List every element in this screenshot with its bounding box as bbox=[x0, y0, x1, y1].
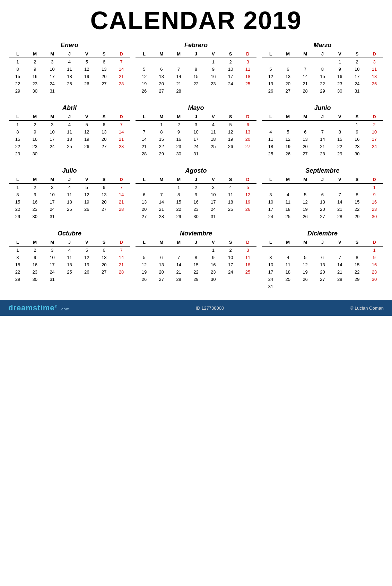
calendar-day bbox=[95, 213, 113, 220]
calendar-day: 31 bbox=[44, 87, 61, 95]
calendar-day: 9 bbox=[366, 254, 383, 261]
calendar-day: 14 bbox=[153, 198, 170, 206]
calendar-day: 8 bbox=[348, 191, 366, 198]
day-header: V bbox=[331, 176, 348, 183]
calendar-day: 8 bbox=[188, 254, 205, 261]
calendar-day: 4 bbox=[222, 183, 239, 191]
calendar-day bbox=[153, 246, 170, 254]
calendar-day: 10 bbox=[348, 66, 366, 73]
calendar-day: 2 bbox=[26, 246, 44, 254]
calendar-day: 17 bbox=[44, 261, 61, 268]
calendar-day: 3 bbox=[44, 121, 61, 128]
calendar-day: 21 bbox=[113, 136, 130, 143]
day-header: S bbox=[95, 113, 113, 121]
day-header: D bbox=[239, 113, 256, 121]
month-block-febrero: FebreroLMMJVSD12356789101112131415161718… bbox=[133, 38, 259, 101]
calendar-day bbox=[136, 183, 153, 191]
calendar-day: 1 bbox=[366, 183, 383, 191]
calendar-day: 11 bbox=[366, 66, 383, 73]
calendar-day: 22 bbox=[348, 268, 366, 276]
day-header: V bbox=[204, 239, 222, 246]
calendar-day: 20 bbox=[136, 206, 153, 213]
day-header: D bbox=[366, 50, 383, 58]
day-header: M bbox=[44, 50, 61, 58]
calendar-day: 21 bbox=[170, 80, 188, 87]
calendar-day: 30 bbox=[26, 213, 44, 220]
calendar-day: 18 bbox=[279, 268, 297, 276]
calendar-day: 1 bbox=[204, 58, 222, 66]
day-header: J bbox=[61, 50, 78, 58]
calendar-day: 2 bbox=[366, 121, 383, 128]
calendar-day bbox=[297, 121, 314, 128]
calendar-day: 24 bbox=[262, 276, 279, 283]
calendar-day: 15 bbox=[348, 198, 366, 206]
calendar-day: 15 bbox=[9, 136, 26, 143]
calendar-day: 24 bbox=[44, 206, 61, 213]
month-table: LMMJVSD123456789101112131415161718192021… bbox=[9, 176, 130, 220]
month-table: LMMJVSD123567891011121314151617181920212… bbox=[136, 50, 256, 95]
calendar-day: 17 bbox=[44, 198, 61, 206]
calendar-day: 21 bbox=[113, 198, 130, 206]
calendar-day: 21 bbox=[331, 206, 348, 213]
calendar-day: 13 bbox=[314, 261, 331, 268]
calendar-day: 20 bbox=[95, 261, 113, 268]
calendar-day bbox=[239, 213, 256, 220]
calendar-day: 7 bbox=[297, 66, 314, 73]
calendar-day: 24 bbox=[44, 268, 61, 276]
calendar-day: 25 bbox=[239, 80, 256, 87]
calendar-day bbox=[348, 246, 366, 254]
calendar-day: 27 bbox=[95, 268, 113, 276]
calendar-day: 22 bbox=[9, 206, 26, 213]
calendar-day: 26 bbox=[78, 268, 95, 276]
calendar-day: 3 bbox=[239, 58, 256, 66]
calendar-day bbox=[366, 87, 383, 95]
calendar-day: 24 bbox=[44, 80, 61, 87]
day-header: D bbox=[239, 50, 256, 58]
calendar-day: 20 bbox=[153, 80, 170, 87]
calendar-day bbox=[297, 283, 314, 290]
day-header: M bbox=[170, 50, 188, 58]
calendar-day bbox=[297, 246, 314, 254]
calendar-day: 25 bbox=[61, 143, 78, 150]
day-header: M bbox=[153, 176, 170, 183]
calendar-day: 19 bbox=[297, 268, 314, 276]
calendar-day bbox=[95, 150, 113, 157]
calendar-day: 16 bbox=[366, 198, 383, 206]
calendar-day: 26 bbox=[297, 276, 314, 283]
calendar-day: 14 bbox=[331, 261, 348, 268]
month-table: LMMJVSD123456789101112131415161718192021… bbox=[9, 50, 130, 95]
calendar-day: 9 bbox=[170, 128, 188, 136]
calendar-day: 26 bbox=[136, 276, 153, 283]
calendar-day bbox=[314, 58, 331, 66]
calendar-day: 11 bbox=[61, 191, 78, 198]
calendar-day: 5 bbox=[78, 246, 95, 254]
calendar-day: 7 bbox=[136, 128, 153, 136]
footer-logo: dreamstime® .com bbox=[8, 303, 70, 312]
calendar-day: 28 bbox=[314, 150, 331, 157]
month-name: Julio bbox=[9, 167, 130, 174]
day-header: M bbox=[26, 50, 44, 58]
calendar-day: 12 bbox=[136, 261, 153, 268]
calendar-day: 3 bbox=[262, 254, 279, 261]
calendar-day: 29 bbox=[170, 213, 188, 220]
calendar-day bbox=[78, 213, 95, 220]
calendar-day: 7 bbox=[113, 121, 130, 128]
calendar-day: 1 bbox=[348, 121, 366, 128]
calendar-day: 26 bbox=[78, 206, 95, 213]
calendar-day: 22 bbox=[9, 80, 26, 87]
calendar-day: 9 bbox=[331, 66, 348, 73]
calendar-day: 14 bbox=[331, 198, 348, 206]
calendar-day: 14 bbox=[170, 73, 188, 80]
calendar-day: 6 bbox=[95, 246, 113, 254]
calendar-day: 6 bbox=[95, 183, 113, 191]
calendar-day: 5 bbox=[297, 254, 314, 261]
calendar-day: 16 bbox=[204, 261, 222, 268]
calendar-day bbox=[61, 213, 78, 220]
calendar-day: 8 bbox=[9, 66, 26, 73]
calendar-day bbox=[314, 121, 331, 128]
calendar-day: 12 bbox=[239, 191, 256, 198]
calendar-day: 20 bbox=[314, 206, 331, 213]
calendar-day bbox=[136, 121, 153, 128]
day-header: M bbox=[170, 113, 188, 121]
calendar-day: 5 bbox=[239, 183, 256, 191]
